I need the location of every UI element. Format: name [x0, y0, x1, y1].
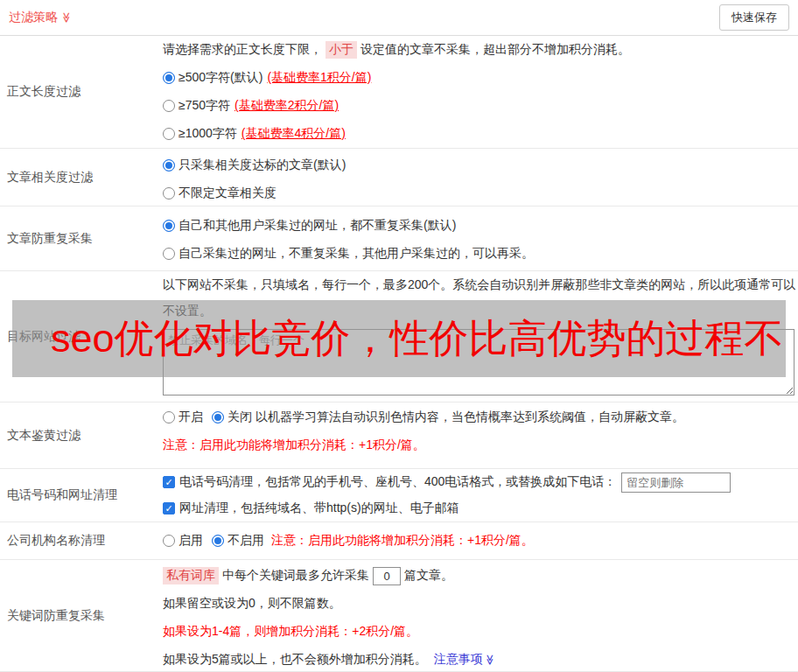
- checkbox-label: 电话号码清理，包括常见的手机号、座机号、400电话格式，或替换成如下电话：: [179, 474, 616, 490]
- radio-label: ≥500字符(默认): [178, 70, 262, 86]
- fee-note[interactable]: (基础费率2积分/篇): [234, 98, 339, 114]
- row-porn-filter: 文本鉴黄过滤 开启 关闭 以机器学习算法自动识别色情内容，当色情概率达到系统阈值…: [0, 402, 798, 469]
- quick-save-button[interactable]: 快速保存: [719, 4, 789, 31]
- radio-icon[interactable]: [163, 248, 175, 260]
- row-article-dedupe: 文章防重复采集 自己和其他用户采集过的网址，都不重复采集(默认) 自己采集过的网…: [0, 206, 798, 271]
- radio-icon[interactable]: [163, 159, 175, 172]
- max-articles-input[interactable]: [373, 567, 401, 585]
- radio-option-dedupe-all[interactable]: 自己和其他用户采集过的网址，都不重复采集(默认): [163, 212, 789, 240]
- radio-icon[interactable]: [163, 187, 175, 200]
- notes-link-text: 注意事项: [434, 652, 483, 668]
- radio-label: 不限定文章相关度: [178, 186, 276, 201]
- fee-note[interactable]: (基础费率4积分/篇): [242, 126, 346, 142]
- radio-label-off[interactable]: 关闭: [228, 410, 252, 425]
- radio-icon-disable[interactable]: [212, 535, 224, 547]
- row-company-clean: 公司机构名称清理 启用 不启用 注意：启用此功能将增加积分消耗：+1积分/篇。: [0, 522, 798, 560]
- radio-option-750[interactable]: ≥750字符 (基础费率2积分/篇): [163, 92, 789, 120]
- keyword-limit-text: 中每个关键词最多允许采集: [222, 568, 369, 584]
- radio-option-dedupe-own[interactable]: 自己采集过的网址，不重复采集，其他用户采集过的，可以再采。: [163, 240, 789, 268]
- row-keyword-dedupe: 关键词防重复采集 私有词库 中每个关键词最多允许采集 篇文章。 如果留空或设为0…: [0, 560, 798, 672]
- row-label: 文章相关度过滤: [0, 149, 158, 206]
- text-length-intro: 请选择需求的正文长度下限， 小于 设定值的文章不采集，超出部分不增加积分消耗。: [163, 36, 789, 64]
- keyword-note-1: 如果留空或设为0，则不限篇数。: [163, 590, 789, 618]
- radio-icon[interactable]: [163, 128, 175, 140]
- radio-icon-off[interactable]: [212, 411, 224, 424]
- fee-note[interactable]: (基础费率1积分/篇): [267, 70, 371, 86]
- radio-label: ≥750字符: [178, 98, 230, 114]
- row-label: 文章防重复采集: [0, 206, 158, 270]
- checkbox-option-phone[interactable]: ✓ 电话号码清理，包括常见的手机号、座机号、400电话格式，或替换成如下电话：: [163, 469, 789, 495]
- row-label: 正文长度过滤: [0, 36, 158, 148]
- page-title-text: 过滤策略: [9, 10, 58, 25]
- row-label: 文本鉴黄过滤: [0, 402, 158, 468]
- row-label: 关键词防重复采集: [0, 560, 158, 671]
- replacement-phone-input[interactable]: [621, 472, 731, 493]
- radio-label: 只采集相关度达标的文章(默认): [178, 158, 346, 173]
- radio-option-1000[interactable]: ≥1000字符 (基础费率4积分/篇): [163, 120, 789, 148]
- checkbox-option-url[interactable]: ✓ 网址清理，包括纯域名、带http(s)的网址、电子邮箱: [163, 495, 789, 522]
- row-text-length-filter: 正文长度过滤 请选择需求的正文长度下限， 小于 设定值的文章不采集，超出部分不增…: [0, 36, 798, 149]
- intro-text: 设定值的文章不采集，超出部分不增加积分消耗。: [360, 42, 630, 58]
- radio-option-500[interactable]: ≥500字符(默认) (基础费率1积分/篇): [163, 64, 789, 92]
- ad-overlay-banner: seo优化对比竞价，性价比高优势的过程不: [12, 300, 786, 377]
- radio-label: 自己和其他用户采集过的网址，都不重复采集(默认): [178, 218, 456, 234]
- row-relevance-filter: 文章相关度过滤 只采集相关度达标的文章(默认) 不限定文章相关度: [0, 149, 798, 206]
- company-clean-warning: 注意：启用此功能将增加积分消耗：+1积分/篇。: [271, 533, 534, 549]
- row-label: 公司机构名称清理: [0, 522, 158, 559]
- radio-label: ≥1000字符: [178, 126, 237, 142]
- checkbox-label: 网址清理，包括纯域名、带http(s)的网址、电子邮箱: [179, 500, 459, 516]
- radio-label-enable[interactable]: 启用: [178, 533, 203, 549]
- less-than-badge: 小于: [326, 41, 357, 59]
- ad-overlay-text: seo优化对比竞价，性价比高优势的过程不: [51, 312, 784, 365]
- radio-label-on[interactable]: 开启: [178, 410, 203, 425]
- porn-filter-warning: 注意：启用此功能将增加积分消耗：+1积分/篇。: [163, 431, 789, 459]
- header-bar: 过滤策略 ≫ 快速保存: [0, 0, 798, 36]
- intro-text: 请选择需求的正文长度下限，: [163, 42, 322, 58]
- radio-icon[interactable]: [163, 72, 175, 84]
- radio-label: 自己采集过的网址，不重复采集，其他用户采集过的，可以再采。: [178, 246, 534, 262]
- checkbox-checked-icon[interactable]: ✓: [163, 476, 175, 488]
- keyword-note-3: 如果设为5篇或以上，也不会额外增加积分消耗。: [163, 652, 427, 668]
- chevron-down-icon: ≫: [61, 12, 72, 24]
- radio-option-no-limit[interactable]: 不限定文章相关度: [163, 179, 789, 207]
- chevron-down-icon: ≫: [485, 654, 495, 666]
- private-lexicon-link[interactable]: 私有词库: [163, 567, 219, 584]
- radio-icon-enable[interactable]: [163, 535, 175, 547]
- radio-icon-on[interactable]: [163, 411, 175, 424]
- row-label: 电话号码和网址清理: [0, 469, 158, 522]
- radio-icon[interactable]: [163, 100, 175, 112]
- row-phone-url-clean: 电话号码和网址清理 ✓ 电话号码清理，包括常见的手机号、座机号、400电话格式，…: [0, 469, 798, 522]
- radio-icon[interactable]: [163, 220, 175, 232]
- page-title[interactable]: 过滤策略 ≫: [9, 10, 73, 25]
- keyword-limit-text-end: 篇文章。: [404, 568, 453, 584]
- radio-label-disable[interactable]: 不启用: [228, 533, 264, 549]
- porn-filter-desc: 以机器学习算法自动识别色情内容，当色情概率达到系统阈值，自动屏蔽文章。: [256, 410, 684, 425]
- checkbox-checked-icon[interactable]: ✓: [163, 502, 175, 514]
- notes-link[interactable]: 注意事项 ≫: [434, 652, 496, 668]
- keyword-note-2: 如果设为1-4篇，则增加积分消耗：+2积分/篇。: [163, 618, 789, 646]
- radio-option-relevant-only[interactable]: 只采集相关度达标的文章(默认): [163, 151, 789, 179]
